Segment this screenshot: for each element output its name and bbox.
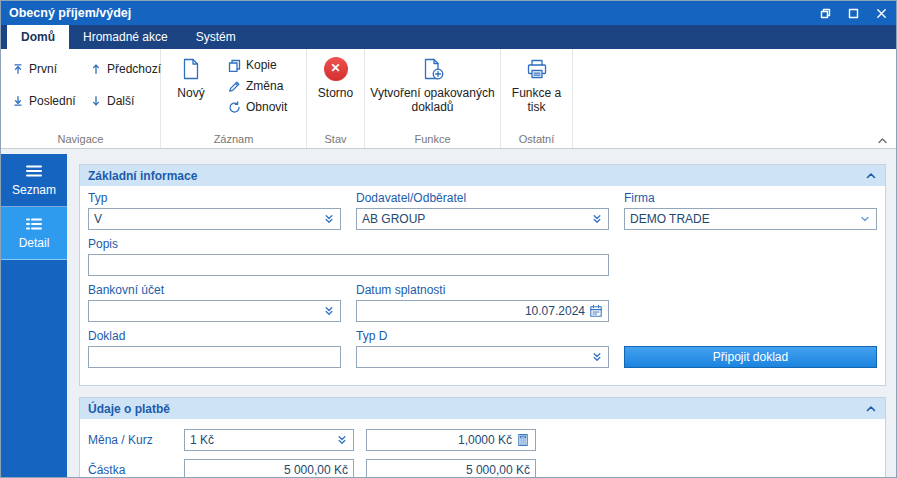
recurring-document-icon [421, 57, 445, 81]
first-icon [12, 63, 24, 75]
section-basic-info: Základní informace Typ V [79, 164, 886, 386]
pencil-icon [228, 80, 241, 93]
exchange-rate-input[interactable]: 1,0000 Kč [366, 429, 536, 451]
printer-icon [525, 57, 549, 81]
bank-account-combobox[interactable] [88, 300, 341, 322]
first-button[interactable]: První [9, 61, 85, 77]
maximize-button[interactable] [846, 6, 860, 20]
edit-button[interactable]: Změna [225, 78, 290, 94]
button-label: Poslední [29, 94, 76, 108]
firma-combobox[interactable]: DEMO TRADE [624, 208, 877, 230]
popis-label: Popis [88, 237, 609, 251]
partner-value: AB GROUP [362, 212, 587, 226]
due-date-value: 10.07.2024 [362, 304, 585, 318]
bank-account-label: Bankovní účet [88, 283, 341, 297]
content-area: Seznam Detail Základní informace [1, 149, 896, 477]
section-title: Základní informace [88, 169, 197, 183]
new-button[interactable]: Nový [167, 49, 215, 130]
button-label: Storno [318, 87, 353, 101]
next-button[interactable]: Další [87, 93, 164, 109]
amount-value: 5 000,00 Kč [190, 463, 348, 477]
restore-icon [820, 8, 831, 19]
close-icon [876, 8, 887, 19]
button-label: První [29, 62, 57, 76]
tab-hromadne-akce[interactable]: Hromadné akce [69, 25, 182, 49]
tab-domu[interactable]: Domů [7, 25, 69, 49]
partner-label: Dodavatel/Odběratel [356, 191, 609, 205]
refresh-icon [228, 101, 241, 114]
amount-czk-input[interactable]: 5 000,00 Kč [366, 459, 536, 478]
amount-czk-value: 5 000,00 Kč [372, 463, 530, 477]
dropdown-chevron-icon[interactable] [859, 213, 871, 225]
new-document-icon [179, 57, 203, 81]
dropdown-double-chevron-icon[interactable] [336, 434, 348, 446]
collapse-section-button[interactable] [865, 404, 877, 413]
calendar-icon[interactable] [589, 304, 603, 318]
currency-value: 1 Kč [190, 433, 332, 447]
detail-list-icon [24, 217, 44, 231]
popis-input[interactable] [88, 254, 609, 276]
dropdown-double-chevron-icon[interactable] [323, 213, 335, 225]
main-form: Základní informace Typ V [67, 154, 896, 477]
button-label: Funkce a tisk [505, 87, 569, 115]
copy-button[interactable]: Kopie [225, 57, 290, 73]
next-icon [90, 95, 102, 107]
button-label: Kopie [246, 58, 277, 72]
section-payment-info: Údaje o platbě Měna / Kurz 1 Kč [79, 397, 886, 478]
dropdown-double-chevron-icon[interactable] [323, 305, 335, 317]
calculator-icon[interactable] [516, 433, 530, 447]
app-window: Obecný příjem/výdej Domů Hromadné akce [0, 0, 897, 478]
attach-document-button[interactable]: Připojit doklad [624, 346, 877, 368]
storno-icon: ✕ [324, 57, 348, 81]
tab-label: Domů [21, 30, 55, 44]
sidebar: Seznam Detail [1, 154, 67, 477]
ribbon-group-funkce: Vytvoření opakovaných dokladů Funkce [365, 49, 501, 148]
collapse-section-button[interactable] [865, 171, 877, 180]
dropdown-double-chevron-icon[interactable] [591, 351, 603, 363]
group-label-zaznam: Záznam [161, 130, 306, 148]
last-button[interactable]: Poslední [9, 93, 85, 109]
partner-combobox[interactable]: AB GROUP [356, 208, 609, 230]
section-basic-header: Základní informace [80, 165, 885, 186]
button-label: Další [107, 94, 134, 108]
restore-button[interactable] [818, 6, 832, 20]
section-title: Údaje o platbě [88, 402, 170, 416]
window-controls [818, 6, 888, 20]
tab-system[interactable]: Systém [182, 25, 250, 49]
typ-label: Typ [88, 191, 341, 205]
window-title: Obecný příjem/výdej [9, 6, 131, 20]
typ-combobox[interactable]: V [88, 208, 341, 230]
hamburger-icon [24, 164, 44, 178]
create-recurring-documents-button[interactable]: Vytvoření opakovaných dokladů [368, 49, 498, 130]
typ-value: V [94, 212, 319, 226]
refresh-button[interactable]: Obnovit [225, 99, 290, 115]
button-label: Změna [246, 79, 283, 93]
doklad-input[interactable] [88, 346, 341, 368]
button-label: Vytvoření opakovaných dokladů [368, 87, 498, 115]
chevron-up-icon [877, 137, 888, 145]
last-icon [12, 95, 24, 107]
close-button[interactable] [874, 6, 888, 20]
functions-and-print-button[interactable]: Funkce a tisk [505, 49, 569, 130]
tab-label: Systém [196, 30, 236, 44]
amount-input[interactable]: 5 000,00 Kč [184, 459, 354, 478]
ribbon-group-stav: ✕ Storno Stav [307, 49, 365, 148]
firma-value: DEMO TRADE [630, 212, 855, 226]
dropdown-double-chevron-icon[interactable] [591, 213, 603, 225]
sidebar-item-detail[interactable]: Detail [1, 207, 67, 260]
group-label-navigace: Navigace [1, 130, 160, 148]
storno-button[interactable]: ✕ Storno [310, 49, 362, 130]
maximize-icon [848, 8, 859, 19]
sidebar-item-seznam[interactable]: Seznam [1, 154, 67, 207]
group-label-ostatni: Ostatní [501, 130, 572, 148]
previous-button[interactable]: Předchozí [87, 61, 164, 77]
currency-combobox[interactable]: 1 Kč [184, 429, 354, 451]
typ-d-combobox[interactable] [356, 346, 609, 368]
exchange-rate-value: 1,0000 Kč [372, 433, 512, 447]
amount-label: Částka [88, 463, 172, 477]
collapse-ribbon-button[interactable] [877, 137, 888, 145]
doklad-label: Doklad [88, 329, 341, 343]
tab-label: Hromadné akce [83, 30, 168, 44]
ribbon: První Předchozí Poslední [1, 49, 896, 149]
due-date-input[interactable]: 10.07.2024 [356, 300, 609, 322]
